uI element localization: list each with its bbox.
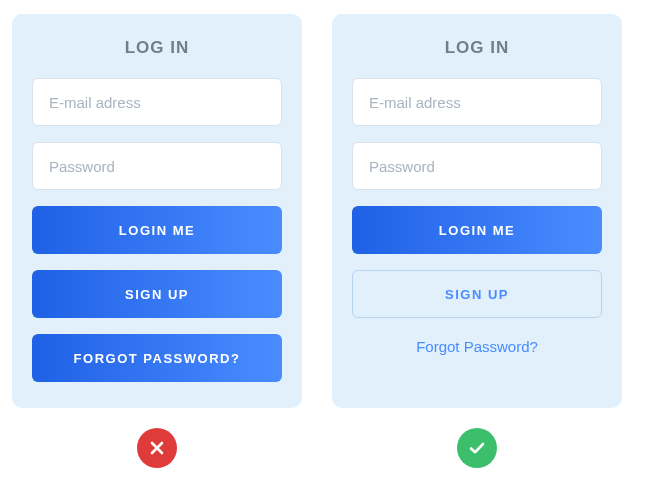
login-button-label: LOGIN ME [119, 223, 195, 238]
card-title: LOG IN [352, 38, 602, 58]
forgot-password-label: FORGOT PASSWORD? [74, 351, 241, 366]
forgot-password-link[interactable]: Forgot Password? [352, 338, 602, 355]
comparison-row: LOG IN LOGIN ME SIGN UP FORGOT PASSWORD?… [0, 0, 650, 408]
verdict-bad [12, 428, 302, 468]
login-button-label: LOGIN ME [439, 223, 515, 238]
forgot-password-button[interactable]: FORGOT PASSWORD? [32, 334, 282, 382]
signup-button[interactable]: SIGN UP [32, 270, 282, 318]
login-button[interactable]: LOGIN ME [32, 206, 282, 254]
login-card-good: LOG IN LOGIN ME SIGN UP Forgot Password? [332, 14, 622, 408]
cross-icon [137, 428, 177, 468]
check-icon [457, 428, 497, 468]
signup-button-label: SIGN UP [445, 287, 509, 302]
verdict-good [332, 428, 622, 468]
email-field[interactable] [32, 78, 282, 126]
password-field[interactable] [32, 142, 282, 190]
email-field[interactable] [352, 78, 602, 126]
card-title: LOG IN [32, 38, 282, 58]
password-field[interactable] [352, 142, 602, 190]
verdict-row [0, 408, 650, 468]
login-card-bad: LOG IN LOGIN ME SIGN UP FORGOT PASSWORD? [12, 14, 302, 408]
signup-button[interactable]: SIGN UP [352, 270, 602, 318]
login-button[interactable]: LOGIN ME [352, 206, 602, 254]
signup-button-label: SIGN UP [125, 287, 189, 302]
